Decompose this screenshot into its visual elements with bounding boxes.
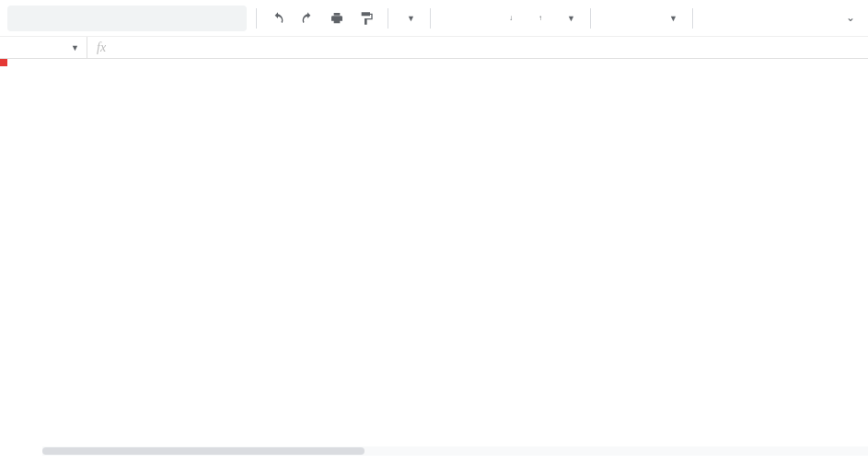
paint-format-button[interactable] [354,6,378,30]
toolbar: ▼ ↓ ↑ ▼ ▼ ⌄ [0,0,868,37]
chevron-down-icon: ▼ [567,14,575,23]
toolbar-separator [590,8,591,29]
name-box[interactable]: ▼ [0,43,87,52]
redo-button[interactable] [295,6,319,30]
decrease-decimal-button[interactable]: ↓ [499,6,523,30]
search-menus-input[interactable] [7,6,247,31]
horizontal-scrollbar[interactable] [42,446,868,456]
chevron-down-icon: ▼ [669,14,677,23]
more-button[interactable] [702,6,726,30]
undo-button[interactable] [266,6,290,30]
toolbar-separator [430,8,431,29]
fx-icon: fx [87,37,115,58]
zoom-dropdown[interactable]: ▼ [398,14,421,23]
toolbar-separator [388,8,388,29]
highlight-box [0,59,7,66]
toolbar-separator [692,8,693,29]
toolbar-separator [256,8,257,29]
spreadsheet-grid[interactable] [0,59,868,456]
font-dropdown[interactable]: ▼ [600,14,683,23]
formula-bar: ▼ fx [0,37,868,59]
increase-decimal-button[interactable]: ↑ [528,6,552,30]
chevron-down-icon: ▼ [71,43,79,52]
currency-button[interactable] [440,6,464,30]
expand-toolbar-button[interactable]: ⌄ [846,11,855,24]
print-button[interactable] [325,6,349,30]
chevron-down-icon: ▼ [407,14,415,23]
scrollbar-thumb[interactable] [42,447,365,455]
number-format-dropdown[interactable]: ▼ [558,14,581,23]
percent-button[interactable] [469,6,493,30]
